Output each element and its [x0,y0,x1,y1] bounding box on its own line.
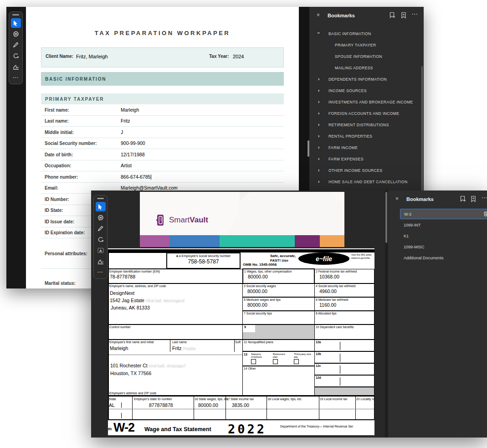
w2-box12d: 12d [314,375,374,387]
tool-comment[interactable] [11,29,21,39]
bookmark-item-selected[interactable]: W-2 [400,209,487,219]
document-pane: SmartVault a a Employee's social securit… [91,191,385,438]
band-segment [169,235,220,247]
field-value[interactable]: Fritz [121,118,130,124]
w2-employee-cell: Employee's first name and initial Marlei… [108,340,243,396]
document-scrollbar-thumb[interactable] [385,192,387,243]
bookmark-icon[interactable] [401,12,406,21]
close-panel-icon[interactable]: × [395,196,399,201]
panel-options-icon[interactable]: ··· [412,11,418,17]
chevron-right-icon[interactable]: › [318,167,320,172]
field-value[interactable]: Marleigh [121,107,139,113]
field-value[interactable]: Artist [121,163,132,168]
bookmark-item[interactable]: K1 [388,231,487,242]
toolbar-drag-handle[interactable] [12,14,19,15]
field-value[interactable]: 12/17/1988 [121,152,145,157]
field-label: ID Issue date: [45,219,74,224]
bookmark-item[interactable]: ›DEPENDENTS INFORMATION [309,73,424,85]
tool-comment[interactable] [96,213,106,222]
draw-icon [13,42,19,48]
tool-select[interactable] [96,202,106,211]
select-icon [13,20,19,26]
chevron-down-icon[interactable]: › [316,32,321,34]
chevron-right-icon[interactable]: › [318,179,320,184]
chevron-right-icon[interactable]: › [318,110,320,115]
chevron-right-icon[interactable]: › [318,99,320,104]
bookmark-item[interactable]: ›OTHER INCOME SOURCES [309,165,424,176]
bookmark-item[interactable]: ›INCOME SOURCES [309,85,424,96]
bookmark-item[interactable]: Additional Documents [388,252,487,263]
field-value[interactable]: J [121,129,123,135]
tax-year-value[interactable]: 2024 [233,54,244,59]
bookmark-label: FOREIGN ACCOUNTS AND INCOME [328,111,399,116]
w2-visit-irs: Visit the IRS webswww.irs.gov/efile [351,253,374,260]
bookmark-item[interactable]: MAILING ADDRESS [309,62,424,73]
bookmark-label: W-2 [404,212,411,216]
bookmark-item[interactable]: SPOUSE INFORMATION [309,51,424,62]
tool-sign[interactable] [96,257,106,266]
bookmark-item[interactable]: ›INVESTMENTS AND BROKERAGE INCOME [309,96,424,108]
bookmark-item[interactable]: ›RENTAL PROPERTIES [309,130,424,142]
document-scrollbar-track[interactable] [385,191,388,438]
bookmark-item[interactable]: PRIMARY TAXPAYER [309,39,424,51]
close-panel-icon[interactable]: × [317,12,320,18]
chevron-right-icon[interactable]: › [318,144,320,149]
add-text-icon: A [97,247,104,253]
delete-bookmark-icon[interactable] [483,211,487,217]
chevron-right-icon[interactable]: › [318,156,320,161]
tool-draw[interactable] [11,40,21,50]
smartvault-logo-icon [155,214,166,227]
field-label: Date of birth: [45,152,73,157]
bookmark-item[interactable]: ›RETIREMENT DISTRIBUTIONS [309,119,424,130]
tool-more[interactable]: ··· [96,268,106,277]
tool-lasso[interactable] [96,235,106,244]
tool-select[interactable] [11,18,21,28]
chevron-right-icon[interactable]: › [318,133,320,138]
tool-lasso[interactable] [11,51,21,61]
retirement-plan-checkbox [273,359,278,364]
tool-sign[interactable] [11,62,21,72]
bookmark-label: 1099-MISC [404,245,425,249]
toolbar-drag-handle[interactable] [97,198,104,199]
field-value[interactable]: 866-674-6785 [121,174,151,180]
bookmark-item[interactable]: 1099-INT [388,220,487,231]
efile-logo: e~file [298,252,349,265]
new-bookmark-icon[interactable] [390,12,395,21]
field-label: Personal attributes: [45,251,87,256]
bookmarks-panel-title: Bookmarks [406,196,434,202]
comment-icon [97,215,104,221]
smartvault-logo: SmartVault [155,214,208,227]
panel-options-icon[interactable]: ··· [482,195,487,201]
new-bookmark-icon[interactable] [460,196,466,204]
bookmark-label: RETIREMENT DISTRIBUTIONS [328,123,389,127]
tool-draw[interactable] [96,224,106,233]
chevron-right-icon[interactable]: › [318,122,320,127]
comment-icon [13,31,19,37]
bookmark-icon[interactable] [471,196,476,204]
bookmark-label: K1 [404,234,409,238]
tool-more[interactable]: ··· [11,73,21,82]
bookmark-item[interactable]: ›FOREIGN ACCOUNTS AND INCOME [309,108,424,119]
bookmarks-list: 1099-INTK11099-MISCAdditional Documents [388,220,487,263]
bookmark-item[interactable]: 1099-MISC [388,242,487,252]
bookmark-label: FARM INCOME [328,145,358,150]
client-name-value[interactable]: Fritz, Marleigh [76,54,108,59]
field-label: Marital status: [45,281,76,286]
bookmark-item[interactable]: ›HOME SALE AND DEBT CANCELLATION [309,176,424,187]
bookmark-item[interactable]: ›BASIC INFORMATION [309,28,424,39]
field-value[interactable]: 900-99-900 [121,140,145,146]
tool-add-text[interactable]: A [96,246,106,255]
redacted-ghost-text: Praebe [183,346,196,351]
bookmark-item[interactable]: ›FARM INCOME [309,142,424,153]
chevron-right-icon[interactable]: › [318,76,320,81]
table-row: Middle initial:J [41,127,284,138]
panel-scrollbar-thumb[interactable] [421,66,423,205]
bookmark-label: DEPENDENTS INFORMATION [328,77,387,82]
field-value[interactable]: Marleigh@SmartVault.com [121,185,178,191]
field-label: Middle initial: [45,129,74,134]
w2-box12a: 12a [314,340,374,351]
field-label: First name: [45,107,69,112]
bookmark-label: INVESTMENTS AND BROKERAGE INCOME [328,100,413,104]
bookmark-item[interactable]: ›FARM EXPENSES [309,153,424,165]
chevron-right-icon[interactable]: › [318,88,320,93]
